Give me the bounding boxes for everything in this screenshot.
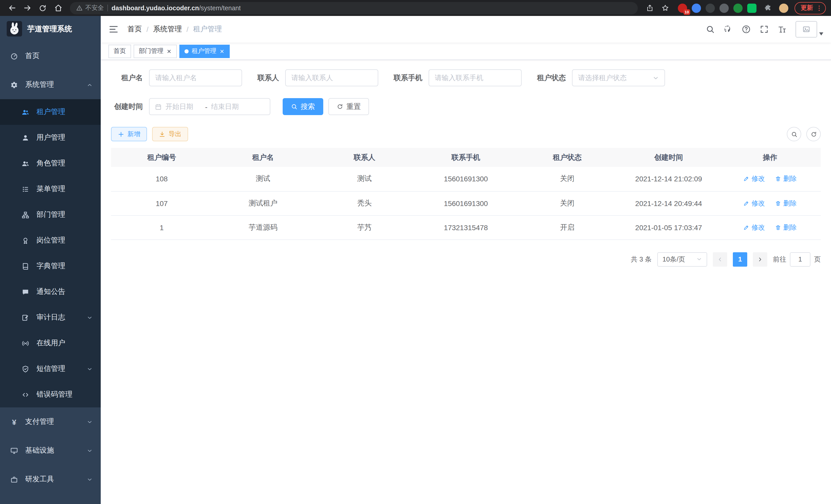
browser-back-button[interactable] [5, 1, 19, 14]
tenant-name-input[interactable] [155, 74, 236, 82]
sidebar-item-menu[interactable]: 菜单管理 [0, 176, 101, 202]
tab-home[interactable]: 首页 [109, 45, 131, 58]
browser-reload-button[interactable] [36, 1, 49, 14]
edit-button[interactable]: 修改 [743, 199, 765, 208]
sidebar-item-label: 岗位管理 [36, 236, 65, 245]
add-button[interactable]: 新增 [111, 127, 147, 141]
sidebar-item-audit-log[interactable]: 审计日志 [0, 305, 101, 330]
sidebar-item-label: 字典管理 [36, 262, 65, 271]
page-size-select[interactable]: 10条/页 [657, 252, 707, 266]
close-icon[interactable] [167, 49, 172, 54]
extension-icon-green[interactable] [733, 3, 743, 12]
puzzle-icon[interactable] [761, 1, 774, 14]
trash-icon [775, 176, 781, 182]
browser-update-button[interactable]: 更新 [795, 2, 826, 14]
filter-phone: 联系手机 [394, 69, 522, 86]
kebab-menu-icon[interactable] [815, 4, 823, 11]
extension-icon-chat[interactable] [747, 3, 756, 12]
sidebar-item-post[interactable]: 岗位管理 [0, 228, 101, 253]
sidebar-item-devtools[interactable]: 研发工具 [0, 465, 101, 494]
bookmark-star-icon[interactable] [658, 1, 672, 14]
extension-icon-gray[interactable] [719, 3, 729, 12]
edit-label: 修改 [752, 223, 765, 232]
next-page-button[interactable] [753, 252, 767, 266]
sidebar-item-user[interactable]: 用户管理 [0, 125, 101, 151]
delete-button[interactable]: 删除 [775, 223, 797, 232]
tenant-name-input-box [149, 69, 242, 86]
page-number-button[interactable]: 1 [733, 252, 747, 266]
reset-button[interactable]: 重置 [328, 98, 369, 115]
hamburger-icon[interactable] [109, 24, 119, 34]
search-button[interactable]: 搜索 [283, 98, 323, 115]
table-row: 107 测试租户 秃头 15601691300 关闭 2021-12-14 20… [111, 191, 821, 215]
delete-button[interactable]: 删除 [775, 199, 797, 208]
top-navbar: 首页 / 系统管理 / 租户管理 [101, 16, 831, 42]
tab-dept[interactable]: 部门管理 [134, 45, 177, 58]
extension-icon-dark[interactable] [706, 3, 715, 12]
extension-icon-red[interactable]: 10 [678, 3, 687, 12]
contact-input[interactable] [291, 74, 372, 82]
browser-home-button[interactable] [51, 1, 65, 14]
export-button-label: 导出 [169, 130, 181, 139]
trash-icon [775, 224, 781, 230]
sidebar-item-infra[interactable]: 基础设施 [0, 436, 101, 465]
page-content: 租户名 联系人 联系手机 [101, 60, 831, 504]
tab-tenant[interactable]: 租户管理 [179, 45, 230, 58]
logo-row[interactable]: 芋道管理系统 [0, 16, 101, 41]
breadcrumb-home[interactable]: 首页 [127, 25, 142, 34]
notice-chat-icon [22, 288, 29, 296]
status-select-input[interactable] [578, 74, 653, 82]
sidebar-item-system[interactable]: 系统管理 [0, 70, 101, 99]
sidebar-item-online-user[interactable]: 在线用户 [0, 330, 101, 356]
add-button-label: 新增 [127, 130, 140, 139]
browser-toolbar: 不安全 dashboard.yudao.iocoder.cn/system/te… [0, 0, 831, 16]
edit-button[interactable]: 修改 [743, 174, 765, 184]
address-bar[interactable]: 不安全 dashboard.yudao.iocoder.cn/system/te… [70, 2, 638, 14]
toggle-search-button[interactable] [787, 127, 801, 141]
share-icon[interactable] [643, 1, 656, 14]
fullscreen-icon[interactable] [760, 25, 769, 34]
breadcrumb-system[interactable]: 系统管理 [153, 25, 182, 34]
date-start-input[interactable] [166, 103, 201, 111]
cell-created-at: 2021-12-14 21:02:09 [618, 167, 719, 191]
caret-down-icon [819, 32, 823, 35]
delete-label: 删除 [783, 223, 797, 232]
sidebar-item-notice[interactable]: 通知公告 [0, 279, 101, 305]
extension-icon-blue[interactable] [692, 3, 701, 12]
sidebar-item-tenant[interactable]: 租户管理 [0, 99, 101, 125]
edit-button[interactable]: 修改 [743, 223, 765, 232]
field-label: 联系手机 [394, 73, 423, 83]
tab-label: 首页 [114, 47, 126, 56]
profile-avatar-icon[interactable] [779, 3, 789, 12]
delete-button[interactable]: 删除 [775, 174, 797, 184]
sidebar-item-payment[interactable]: ¥ 支付管理 [0, 407, 101, 436]
export-button[interactable]: 导出 [152, 127, 188, 141]
cell-status: 关闭 [516, 167, 618, 191]
security-chip[interactable]: 不安全 [76, 4, 104, 12]
sidebar-item-error-code[interactable]: 错误码管理 [0, 382, 101, 407]
sidebar-item-role[interactable]: 角色管理 [0, 151, 101, 176]
phone-input[interactable] [435, 74, 515, 82]
chevron-down-icon [653, 75, 659, 81]
font-size-icon[interactable] [778, 25, 787, 34]
refresh-table-button[interactable] [806, 127, 821, 141]
status-select[interactable] [572, 69, 665, 86]
cell-created-at: 2021-12-14 20:49:44 [618, 191, 719, 215]
header-search-icon[interactable] [706, 25, 715, 34]
prev-page-button[interactable] [713, 252, 727, 266]
date-range-picker[interactable]: - [149, 98, 270, 115]
sms-shield-icon [22, 365, 29, 373]
browser-forward-button[interactable] [21, 1, 34, 14]
cell-contact: 秃头 [314, 191, 415, 215]
sidebar-item-sms[interactable]: 短信管理 [0, 356, 101, 382]
breadcrumb: 首页 / 系统管理 / 租户管理 [127, 25, 222, 34]
sidebar-item-dept[interactable]: 部门管理 [0, 202, 101, 228]
date-end-input[interactable] [211, 103, 247, 111]
goto-page-input[interactable] [790, 252, 810, 266]
user-avatar-menu[interactable] [796, 21, 823, 37]
sidebar-item-home[interactable]: 首页 [0, 41, 101, 70]
close-icon[interactable] [220, 49, 225, 54]
sidebar-item-dict[interactable]: 字典管理 [0, 253, 101, 279]
help-icon[interactable] [742, 25, 751, 34]
github-icon[interactable] [724, 25, 733, 34]
